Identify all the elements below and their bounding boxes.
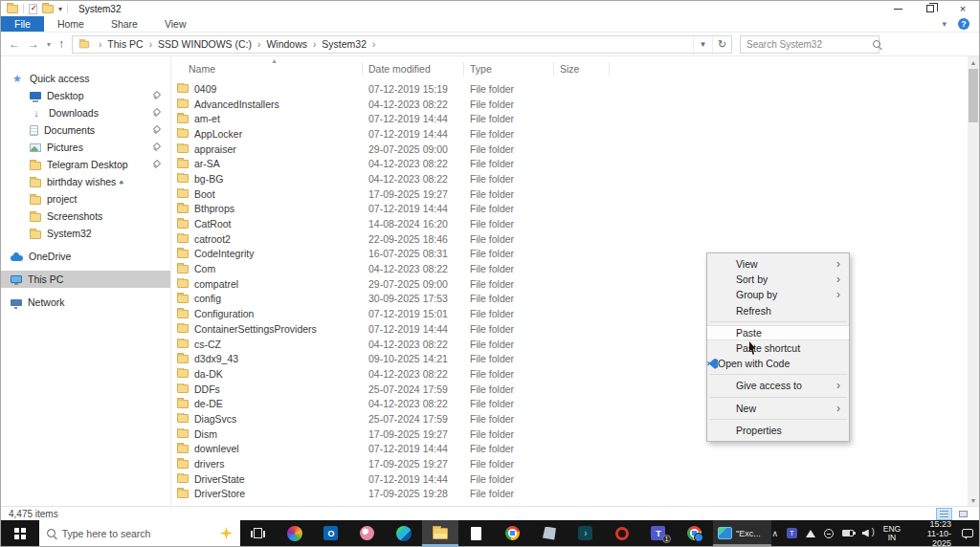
chrome-button[interactable] [495, 520, 531, 546]
close-button[interactable]: × [947, 1, 979, 16]
Bthprops[interactable]: Bthprops 07-12-2019 14:44 File folder [171, 202, 979, 217]
Com[interactable]: Com 04-12-2023 08:22 File folder [171, 261, 979, 276]
sidebar-item-telegram-desktop[interactable]: Telegram Desktop ♣ [1, 156, 170, 173]
maximize-button[interactable] [914, 1, 947, 16]
DriverState[interactable]: DriverState 07-12-2019 14:44 File folder [171, 471, 979, 487]
appraiser[interactable]: appraiser 29-07-2025 09:00 File folder [171, 142, 979, 157]
DiagSvcs[interactable]: DiagSvcs 25-07-2024 17:59 File folder [171, 411, 979, 427]
explorer-search-box[interactable] [740, 35, 880, 54]
tab-view[interactable]: View [151, 16, 200, 32]
DriverStore[interactable]: DriverStore 17-09-2025 19:28 File folder [171, 487, 979, 502]
Boot[interactable]: Boot 17-09-2025 19:27 File folder [171, 186, 979, 202]
menu-item-properties[interactable]: Properties › [707, 423, 849, 438]
file-explorer-button[interactable] [422, 520, 458, 546]
config[interactable]: config 30-09-2025 17:53 File folder [171, 292, 979, 307]
browser-profile-button[interactable] [677, 520, 713, 546]
menu-item-sort-by[interactable]: Sort by › [707, 272, 849, 287]
DDFs[interactable]: DDFs 25-07-2024 17:59 File folder [171, 382, 979, 397]
sidebar-item-birthday-wishes[interactable]: birthday wishes ♣ [1, 173, 170, 190]
cs-CZ[interactable]: cs-CZ 04-12-2023 08:22 File folder [171, 337, 979, 352]
catroot2[interactable]: catroot2 22-09-2025 18:46 File folder [171, 231, 979, 247]
up-button[interactable]: ↑ [58, 37, 64, 51]
drivers[interactable]: drivers 17-09-2025 19:27 File folder [171, 456, 979, 471]
downlevel[interactable]: downlevel 07-12-2019 14:44 File folder [171, 442, 979, 457]
teams-tray-icon[interactable]: T [787, 528, 797, 538]
sidebar-item-network[interactable]: Network ♣ [1, 294, 170, 311]
sidebar-item-project[interactable]: project ♣ [1, 190, 170, 208]
properties-check-icon[interactable] [29, 4, 37, 14]
sidebar-item-documents[interactable]: Documents ♣ [1, 121, 170, 139]
excel-window-button[interactable]: "Exc... [713, 520, 772, 546]
recent-locations-chevron-icon[interactable]: ▾ [47, 40, 51, 49]
opera-button[interactable] [604, 520, 640, 546]
bg-BG[interactable]: bg-BG 04-12-2023 08:22 File folder [171, 171, 979, 186]
forward-button[interactable]: → [28, 37, 39, 51]
compatrel[interactable]: compatrel 29-07-2025 09:00 File folder [171, 276, 979, 292]
menu-item-view[interactable]: View › [707, 256, 849, 272]
menu-item-refresh[interactable]: Refresh › [707, 303, 849, 318]
Dism[interactable]: Dism 17-09-2025 19:27 File folder [171, 427, 979, 442]
address-dropdown-chevron-icon[interactable]: ▾ [693, 36, 712, 53]
new-folder-icon[interactable] [42, 5, 54, 13]
sidebar-item-system32[interactable]: System32 ♣ [1, 225, 170, 242]
da-DK[interactable]: da-DK 04-12-2023 08:22 File folder [171, 366, 979, 382]
paint3d-button[interactable] [349, 520, 386, 546]
onedrive-tray-icon[interactable] [824, 529, 834, 538]
AppLocker[interactable]: AppLocker 07-12-2019 14:44 File folder [171, 126, 979, 142]
menu-item-open-with-code[interactable]: Open with Code › [707, 356, 849, 371]
large-icons-view-button[interactable] [955, 508, 971, 520]
tab-home[interactable]: Home [44, 16, 98, 32]
explorer-search-input[interactable] [741, 39, 873, 50]
column-header[interactable]: Size [554, 62, 610, 76]
code-app-button[interactable] [568, 520, 604, 546]
qat-customize-chevron-icon[interactable]: ▾ [58, 5, 62, 13]
start-button[interactable] [1, 520, 39, 546]
sidebar-item-quick-access[interactable]: Quick access ♣ [1, 70, 170, 87]
refresh-icon[interactable]: ↻ [712, 36, 731, 53]
breadcrumb-windows[interactable]: Windows [264, 38, 309, 50]
CatRoot[interactable]: CatRoot 14-08-2024 16:20 File folder [171, 216, 979, 231]
CodeIntegrity[interactable]: CodeIntegrity 16-07-2025 08:31 File fold… [171, 247, 979, 262]
wifi-icon[interactable] [806, 530, 815, 537]
help-icon[interactable]: ? [958, 18, 969, 30]
sidebar-item-screenshots[interactable]: Screenshots ♣ [1, 208, 170, 225]
sidebar-item-downloads[interactable]: Downloads ♣ [1, 104, 170, 121]
sidebar-item-pictures[interactable]: Pictures ♣ [1, 139, 170, 156]
outlook-button[interactable] [313, 520, 349, 546]
back-button[interactable]: ← [9, 37, 20, 51]
0409[interactable]: 0409 07-12-2019 15:19 File folder [171, 81, 979, 97]
column-header[interactable]: Type [464, 62, 554, 76]
expand-ribbon-chevron-icon[interactable]: ▾ [942, 19, 947, 29]
sidebar-item-onedrive[interactable]: OneDrive ♣ [1, 248, 170, 265]
scrollbar-thumb[interactable] [969, 69, 978, 122]
vertical-scrollbar[interactable]: ▲ ▼ [968, 56, 979, 506]
column-header[interactable]: Date modified [363, 62, 464, 76]
menu-item-paste[interactable]: Paste › [707, 325, 849, 340]
menu-item-give-access-to[interactable]: Give access to › [707, 378, 849, 393]
de-DE[interactable]: de-DE 04-12-2023 08:22 File folder [171, 396, 979, 411]
tab-share[interactable]: Share [98, 16, 151, 32]
breadcrumb-ssd-windows-c[interactable]: SSD WINDOWS (C:) [156, 38, 254, 50]
task-view-button[interactable] [240, 520, 277, 546]
taskbar-search-box[interactable]: Type here to search [39, 520, 240, 546]
search-highlights-sparkle-icon[interactable] [220, 527, 233, 539]
photos-button[interactable] [531, 520, 568, 546]
action-center-icon[interactable] [962, 529, 973, 537]
scroll-up-icon[interactable]: ▲ [968, 56, 979, 68]
sidebar-item-this-pc[interactable]: This PC ♣ [1, 271, 170, 288]
menu-item-paste-shortcut[interactable]: Paste shortcut › [707, 340, 849, 356]
column-header[interactable]: Name [171, 62, 363, 76]
minimize-button[interactable] [881, 1, 914, 16]
d3dx9_43[interactable]: d3dx9_43 09-10-2025 14:21 File folder [171, 351, 979, 366]
notepad-button[interactable] [458, 520, 495, 546]
menu-item-new[interactable]: New › [707, 401, 849, 416]
ContainerSettingsProviders[interactable]: ContainerSettingsProviders 07-12-2019 14… [171, 321, 979, 337]
tab-file[interactable]: File [1, 16, 44, 32]
teams-button[interactable]: 1 [640, 520, 677, 546]
office-hub-button[interactable] [277, 520, 313, 546]
volume-icon[interactable] [862, 529, 875, 538]
Configuration[interactable]: Configuration 07-12-2019 15:01 File fold… [171, 306, 979, 321]
sidebar-item-desktop[interactable]: Desktop ♣ [1, 87, 170, 104]
battery-icon[interactable] [842, 530, 854, 536]
menu-item-group-by[interactable]: Group by › [707, 287, 849, 302]
